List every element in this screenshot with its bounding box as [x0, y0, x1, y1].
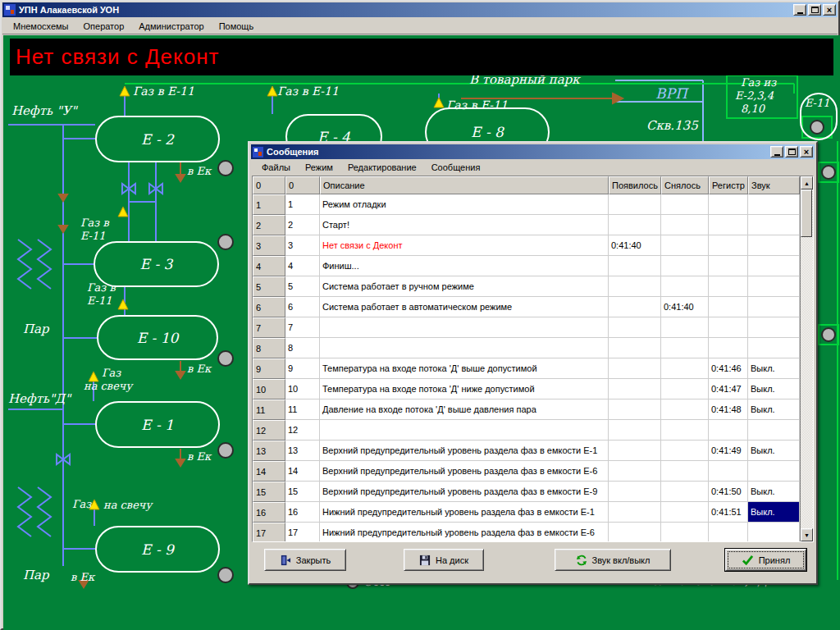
table-cell[interactable]	[748, 420, 800, 441]
table-cell[interactable]	[748, 235, 800, 256]
table-row[interactable]: 44Финиш...	[253, 256, 800, 276]
table-row[interactable]: 99Температура на входе потока 'Д' выше д…	[253, 358, 800, 379]
save-to-disk-button[interactable]: На диск	[404, 549, 484, 571]
table-cell[interactable]: 0:41:48	[709, 399, 748, 420]
table-row[interactable]: 22Старт!	[253, 215, 800, 235]
table-cell[interactable]: Режим отладки	[320, 194, 609, 215]
col-header-number[interactable]: 0	[285, 176, 320, 194]
table-cell[interactable]: 0:41:49	[709, 441, 748, 461]
table-cell[interactable]	[661, 379, 709, 399]
table-cell[interactable]: 7	[285, 317, 320, 338]
col-header-description[interactable]: Описание	[320, 176, 609, 194]
table-cell[interactable]: Верхний предупредительный уровень раздел…	[320, 441, 609, 461]
table-cell[interactable]	[709, 461, 748, 482]
table-cell[interactable]	[709, 297, 748, 317]
table-cell[interactable]	[709, 317, 748, 338]
table-cell[interactable]	[661, 338, 709, 358]
table-cell[interactable]: 5	[285, 276, 320, 297]
table-cell[interactable]: Система работает в ручном режиме	[320, 276, 609, 297]
table-cell[interactable]: 0:41:47	[709, 379, 748, 399]
table-cell[interactable]	[748, 523, 800, 541]
table-cell[interactable]: 10	[253, 379, 285, 399]
table-cell[interactable]	[709, 338, 748, 358]
table-cell[interactable]: 14	[253, 461, 285, 482]
table-cell[interactable]: 1	[253, 194, 285, 215]
table-cell[interactable]	[609, 215, 661, 235]
accept-button[interactable]: Принял	[725, 549, 806, 571]
table-cell[interactable]	[609, 338, 661, 358]
table-cell[interactable]: Давление на входе потока 'Д' выше давлен…	[320, 399, 609, 420]
table-cell[interactable]: Верхний предупредительный уровень раздел…	[320, 482, 609, 502]
table-cell[interactable]: Нет связи с Деконт	[320, 235, 609, 256]
scroll-down-button[interactable]: ▼	[801, 528, 813, 541]
table-cell[interactable]	[661, 194, 709, 215]
table-cell[interactable]	[748, 194, 800, 215]
table-cell[interactable]: 0:41:40	[609, 235, 661, 256]
table-cell[interactable]: Температура на входе потока 'Д' ниже доп…	[320, 379, 609, 399]
dialog-menu-mode[interactable]: Режим	[298, 161, 340, 174]
table-cell[interactable]	[661, 420, 709, 441]
col-header-index[interactable]: 0	[253, 176, 285, 194]
table-cell[interactable]: 8	[285, 338, 320, 358]
table-cell[interactable]: 7	[253, 317, 285, 338]
table-cell[interactable]	[609, 256, 661, 276]
table-cell[interactable]: 6	[253, 297, 285, 317]
table-cell[interactable]	[661, 235, 709, 256]
table-cell[interactable]: 17	[253, 523, 285, 541]
table-row[interactable]: 1010Температура на входе потока 'Д' ниже…	[253, 379, 800, 399]
table-cell[interactable]: 5	[253, 276, 285, 297]
table-cell[interactable]	[709, 235, 748, 256]
table-cell[interactable]	[609, 502, 661, 523]
table-cell[interactable]	[320, 338, 609, 358]
table-cell[interactable]: 0:41:40	[661, 297, 709, 317]
table-cell[interactable]: 13	[285, 441, 320, 461]
table-cell[interactable]: 15	[285, 482, 320, 502]
table-cell[interactable]	[709, 420, 748, 441]
table-cell[interactable]: 11	[285, 399, 320, 420]
table-cell[interactable]	[609, 399, 661, 420]
table-cell[interactable]	[609, 523, 661, 541]
table-cell[interactable]: 3	[253, 235, 285, 256]
table-cell[interactable]: Выкл.	[748, 482, 800, 502]
table-cell[interactable]: 3	[285, 235, 320, 256]
vertical-scrollbar[interactable]: ▲ ▼	[800, 176, 813, 541]
table-cell[interactable]: 16	[253, 502, 285, 523]
table-cell[interactable]	[748, 276, 800, 297]
table-cell[interactable]	[661, 317, 709, 338]
scroll-up-button[interactable]: ▲	[801, 176, 813, 189]
scrollbar-track[interactable]	[801, 189, 813, 528]
col-header-sound[interactable]: Звук	[748, 176, 800, 194]
table-cell[interactable]	[661, 399, 709, 420]
dialog-close-button[interactable]: ×	[800, 146, 813, 158]
table-cell[interactable]	[661, 358, 709, 379]
col-header-registered[interactable]: Регистр	[709, 176, 748, 194]
table-cell[interactable]: 11	[253, 399, 285, 420]
col-header-appeared[interactable]: Появилось	[609, 176, 661, 194]
table-cell[interactable]	[609, 461, 661, 482]
table-cell[interactable]: 9	[253, 358, 285, 379]
table-cell[interactable]: 0:41:46	[709, 358, 748, 379]
vessel[interactable]: Е - 2	[95, 116, 220, 162]
table-cell[interactable]: Выкл.	[748, 399, 800, 420]
table-row[interactable]: 33Нет связи с Деконт0:41:40	[253, 235, 800, 256]
table-cell[interactable]: 4	[285, 256, 320, 276]
table-cell[interactable]	[661, 441, 709, 461]
table-cell[interactable]: 0:41:50	[709, 482, 748, 502]
table-row[interactable]: 55Система работает в ручном режиме	[253, 276, 800, 297]
dialog-minimize-button[interactable]	[770, 146, 783, 158]
dialog-menu-files[interactable]: Файлы	[254, 161, 298, 174]
table-cell[interactable]: 14	[285, 461, 320, 482]
table-cell[interactable]	[661, 215, 709, 235]
dialog-menu-edit[interactable]: Редактирование	[340, 161, 424, 174]
scrollbar-thumb[interactable]	[801, 189, 812, 237]
table-cell[interactable]	[661, 256, 709, 276]
table-cell[interactable]: 4	[253, 256, 285, 276]
table-cell[interactable]: 12	[253, 420, 285, 441]
sound-toggle-button[interactable]: Звук вкл/выкл	[555, 549, 671, 571]
table-cell[interactable]	[661, 461, 709, 482]
table-row[interactable]: 1414Верхний предупредительный уровень ра…	[253, 461, 800, 482]
table-row[interactable]: 1717Нижний предупредительный уровень раз…	[253, 523, 800, 541]
table-cell[interactable]	[609, 276, 661, 297]
table-cell[interactable]: 15	[253, 482, 285, 502]
table-row[interactable]: 1515Верхний предупредительный уровень ра…	[253, 482, 800, 502]
